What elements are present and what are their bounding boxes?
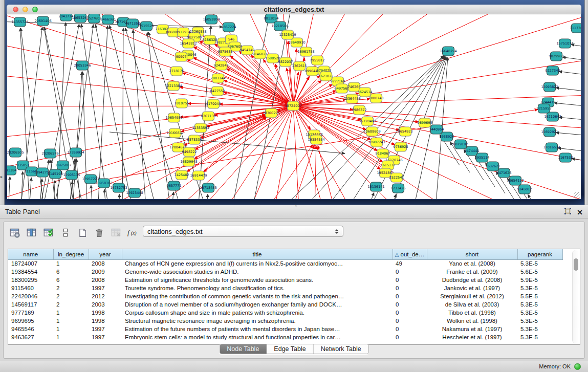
table-row[interactable]: 946554611997Estimation of the future num… <box>8 325 562 333</box>
table-source-select[interactable]: citations_edges.txt <box>143 226 343 237</box>
graph-node[interactable]: 2522541 <box>389 173 404 182</box>
graph-node[interactable]: 9245012 <box>517 185 532 194</box>
graph-node[interactable]: 15692921 <box>541 127 558 137</box>
float-panel-icon[interactable] <box>564 207 572 217</box>
table-cell[interactable]: Jankovic et al. (1997) <box>427 284 517 292</box>
graph-node[interactable]: 16782753 <box>110 183 127 192</box>
table-cell[interactable]: 6 <box>53 268 89 276</box>
graph-node[interactable]: 391384 <box>7 166 16 175</box>
graph-node[interactable]: 12923448 <box>126 188 143 198</box>
table-cell[interactable]: 5.3E-5 <box>517 333 562 341</box>
graph-node[interactable]: 8427552 <box>210 86 225 96</box>
graph-node[interactable]: 19218506 <box>271 21 288 31</box>
graph-edge[interactable] <box>572 159 581 164</box>
graph-node[interactable]: 30975887 <box>54 161 71 170</box>
graph-node[interactable]: 12325419 <box>279 30 296 39</box>
graph-node[interactable]: 12093822 <box>541 82 558 92</box>
table-cell[interactable]: 49 <box>393 259 427 268</box>
graph-edge[interactable] <box>253 145 313 199</box>
graph-edge[interactable] <box>7 106 293 147</box>
table-settings-button[interactable] <box>9 227 21 239</box>
graph-node[interactable]: 6879197 <box>453 140 468 149</box>
table-row[interactable]: 911546021997Tourette syndrome. Phenomeno… <box>8 284 562 292</box>
results-panel-collapsed-strip[interactable] <box>584 0 588 205</box>
graph-node[interactable]: 2803144 <box>211 74 226 83</box>
graph-edge[interactable] <box>558 148 581 154</box>
graph-node[interactable]: 2718176 <box>169 67 184 76</box>
delete-column-button[interactable] <box>93 227 105 239</box>
table-cell[interactable]: Stergiakouli et al. (2012) <box>427 292 517 300</box>
table-cell[interactable]: 5.3E-5 <box>517 309 562 317</box>
graph-edge[interactable] <box>293 106 350 199</box>
graph-node[interactable]: 11353593 <box>192 123 209 133</box>
table-row[interactable]: 946362711997Embryonic stem cells: a mode… <box>8 333 562 341</box>
graph-node[interactable]: 8186328 <box>203 35 217 45</box>
column-header-year[interactable]: year <box>89 249 122 259</box>
graph-node[interactable]: 6822037 <box>278 57 293 67</box>
table-cell[interactable]: 1 <box>53 317 89 325</box>
table-cell[interactable]: 1 <box>53 259 89 268</box>
graph-node[interactable]: 18724007 <box>285 101 301 111</box>
delete-table-button[interactable] <box>110 227 122 239</box>
column-header-title[interactable]: title <box>122 249 393 259</box>
table-row[interactable]: 1456911722003Disruption of a novel membe… <box>8 300 562 309</box>
graph-node[interactable]: 12905135 <box>63 170 80 180</box>
table-cell[interactable]: Estimation of significance thresholds fo… <box>122 276 393 284</box>
graph-node[interactable]: 16809948 <box>180 157 197 166</box>
table-cell[interactable]: 6 <box>53 276 89 284</box>
graph-edge[interactable] <box>187 59 293 106</box>
graph-edge[interactable] <box>7 25 293 106</box>
table-cell[interactable]: 5.3E-5 <box>517 325 562 333</box>
graph-node[interactable]: 9184067 <box>376 149 390 158</box>
graph-node[interactable]: 6466160 <box>101 15 116 24</box>
table-cell[interactable]: 9465546 <box>8 325 53 333</box>
graph-edge[interactable] <box>110 26 163 199</box>
graph-node[interactable]: 1527602 <box>87 14 102 23</box>
citation-graph[interactable]: 1435572420691406204371410653267152760264… <box>7 14 581 199</box>
table-cell[interactable]: Genome-wide association studies in ADHD. <box>122 268 393 276</box>
graph-node[interactable]: 19166822 <box>166 128 183 138</box>
graph-edge[interactable] <box>97 26 107 199</box>
graph-node[interactable]: 16648794 <box>440 47 456 56</box>
graph-edge[interactable] <box>182 117 266 175</box>
table-cell[interactable]: 5.5E-5 <box>517 292 562 300</box>
graph-node[interactable]: 16961758 <box>297 47 314 56</box>
graph-node[interactable]: 15718485 <box>200 183 216 192</box>
table-cell[interactable]: Dudbridge et al. (2008) <box>427 276 517 284</box>
tab-edge-table[interactable]: Edge Table <box>267 344 313 354</box>
graph-node[interactable]: 9242848 <box>214 61 229 70</box>
panel-resize-handle-icon[interactable]: ⌃ <box>294 205 298 210</box>
table-cell[interactable]: 5.3E-5 <box>517 259 562 268</box>
graph-node[interactable]: 10688609 <box>363 127 380 136</box>
graph-node[interactable]: 16053809 <box>203 15 220 24</box>
expand-panel-arrow-icon[interactable]: ▸ <box>1 175 3 179</box>
graph-node[interactable]: 7515526 <box>139 21 154 31</box>
table-cell[interactable]: 0 <box>393 333 427 341</box>
table-cell[interactable]: Yano et al. (2008) <box>427 259 517 268</box>
graph-node[interactable]: 9227343 <box>546 66 560 75</box>
graph-node[interactable]: 20206576 <box>41 149 58 158</box>
table-cell[interactable]: 0 <box>393 276 427 284</box>
table-cell[interactable]: 1997 <box>89 325 122 333</box>
graph-node[interactable]: 7425402 <box>175 170 189 180</box>
graph-node[interactable]: 17359924 <box>67 148 84 157</box>
table-cell[interactable]: 1 <box>53 325 89 333</box>
table-cell[interactable]: 1997 <box>89 284 122 292</box>
graph-node[interactable]: 20364456 <box>343 94 360 103</box>
select-columns-button[interactable] <box>26 227 38 239</box>
table-cell[interactable]: Tourette syndrome. Phenomenology and cla… <box>122 284 393 292</box>
table-cell[interactable]: 1998 <box>89 317 122 325</box>
column-header-name[interactable]: name <box>8 249 53 259</box>
window-resize-grip[interactable] <box>574 192 580 199</box>
graph-edge[interactable] <box>314 146 316 199</box>
table-cell[interactable]: 2 <box>53 292 89 300</box>
table-cell[interactable]: 2008 <box>89 259 122 268</box>
graph-edge[interactable] <box>293 106 304 199</box>
graph-edge[interactable] <box>556 87 581 94</box>
graph-node[interactable]: 7857224 <box>222 23 236 32</box>
graph-node[interactable]: 16914479 <box>190 171 207 180</box>
table-scrollbar[interactable] <box>572 250 579 343</box>
graph-edge[interactable] <box>182 73 293 106</box>
graph-edge[interactable] <box>284 145 314 199</box>
table-cell[interactable]: 0 <box>393 268 427 276</box>
